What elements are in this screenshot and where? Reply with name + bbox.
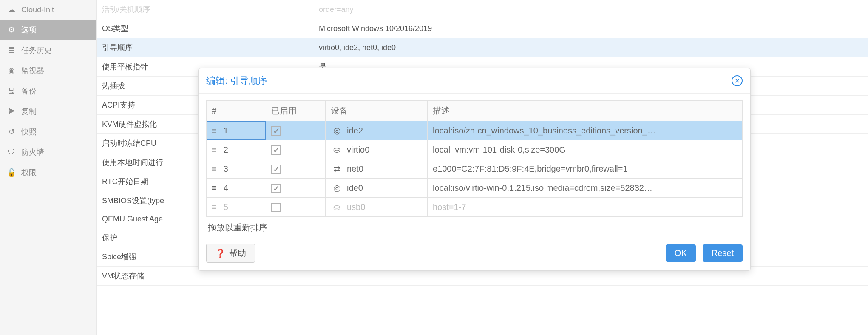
row-number: 3 (224, 164, 228, 173)
dialog-body: # 已启用 设备 描述 ≡1 ◎ide2 local:iso/zh-cn_win… (199, 94, 750, 236)
device-name: usb0 (347, 202, 365, 212)
prop-value: Microsoft Windows 10/2016/2019 (319, 24, 432, 33)
boot-row[interactable]: ≡5 ⛀usb0 host=1-7 (207, 198, 743, 217)
dialog-title: 编辑: 引导顺序 (206, 74, 267, 87)
right-buttons: OK Reset (666, 244, 743, 262)
save-icon: 🖫 (7, 87, 16, 96)
enabled-checkbox[interactable] (271, 126, 281, 136)
prop-label: 活动/关机顺序 (102, 4, 319, 14)
prop-value: order=any (319, 5, 354, 14)
row-number: 4 (224, 183, 228, 193)
boot-row[interactable]: ≡1 ◎ide2 local:iso/zh-cn_windows_10_busi… (207, 121, 743, 140)
history-icon: ↺ (7, 127, 16, 136)
drag-handle-icon[interactable]: ≡ (212, 145, 217, 154)
drag-handle-icon[interactable]: ≡ (212, 183, 217, 193)
col-device[interactable]: 设备 (326, 101, 428, 121)
shield-icon: 🛡 (7, 148, 16, 157)
sidebar: ☁ Cloud-Init ⚙ 选项 ≣ 任务历史 ◉ 监视器 🖫 备份 ⮞ 复制… (0, 0, 97, 335)
sidebar-item-label: 监视器 (21, 65, 44, 76)
sidebar-item-cloud-init[interactable]: ☁ Cloud-Init (0, 0, 96, 20)
prop-label: OS类型 (102, 23, 319, 34)
disk-icon: ⛀ (331, 202, 343, 212)
sidebar-item-replication[interactable]: ⮞ 复制 (0, 101, 96, 122)
help-label: 帮助 (229, 247, 246, 259)
sidebar-item-label: 权限 (21, 168, 37, 178)
prop-label: 引导顺序 (102, 43, 319, 53)
reset-button[interactable]: Reset (703, 244, 743, 262)
prop-row[interactable]: 活动/关机顺序 order=any (97, 0, 868, 19)
edit-boot-order-dialog: 编辑: 引导顺序 ✕ # 已启用 设备 描述 ≡1 ◎ide2 local:is… (198, 68, 751, 271)
row-description: local:iso/virtio-win-0.1.215.iso,media=c… (428, 179, 743, 198)
drag-hint: 拖放以重新排序 (206, 217, 743, 233)
eye-icon: ◉ (7, 66, 16, 75)
row-number: 1 (224, 126, 228, 135)
sidebar-item-label: 防火墙 (21, 147, 44, 157)
drag-handle-icon[interactable]: ≡ (212, 164, 217, 173)
unlock-icon: 🔓 (7, 168, 16, 177)
boot-order-grid: # 已启用 设备 描述 ≡1 ◎ide2 local:iso/zh-cn_win… (206, 100, 743, 217)
device-name: virtio0 (347, 145, 369, 154)
sidebar-item-snapshot[interactable]: ↺ 快照 (0, 122, 96, 142)
row-description: e1000=C2:7F:81:D5:9F:4E,bridge=vmbr0,fir… (428, 159, 743, 179)
cdrom-icon: ◎ (331, 125, 343, 136)
sidebar-item-label: 备份 (21, 86, 37, 96)
drag-handle-icon[interactable]: ≡ (212, 202, 217, 212)
grid-header-row: # 已启用 设备 描述 (207, 101, 743, 121)
device-name: ide2 (347, 126, 363, 135)
sidebar-item-options[interactable]: ⚙ 选项 (0, 20, 96, 40)
prop-label: VM状态存储 (102, 271, 319, 281)
row-description: host=1-7 (428, 198, 743, 217)
sidebar-item-label: 快照 (21, 127, 37, 137)
prop-value: virtio0, ide2, net0, ide0 (319, 43, 396, 52)
network-icon: ⇄ (331, 164, 343, 174)
sidebar-item-firewall[interactable]: 🛡 防火墙 (0, 142, 96, 162)
sidebar-item-backup[interactable]: 🖫 备份 (0, 81, 96, 101)
help-icon: ❓ (215, 248, 226, 258)
sidebar-item-permissions[interactable]: 🔓 权限 (0, 162, 96, 183)
device-name: ide0 (347, 183, 363, 193)
enabled-checkbox[interactable] (271, 184, 281, 193)
sidebar-item-label: Cloud-Init (21, 6, 54, 14)
prop-row-boot-order[interactable]: 引导顺序 virtio0, ide2, net0, ide0 (97, 38, 868, 57)
dialog-footer: ❓ 帮助 OK Reset (199, 236, 750, 270)
row-description: local-lvm:vm-101-disk-0,size=300G (428, 140, 743, 159)
col-enabled[interactable]: 已启用 (266, 101, 326, 121)
sidebar-item-label: 选项 (21, 25, 37, 35)
disk-icon: ⛀ (331, 145, 343, 155)
sidebar-item-task-history[interactable]: ≣ 任务历史 (0, 40, 96, 60)
enabled-checkbox[interactable] (271, 165, 281, 174)
close-button[interactable]: ✕ (732, 75, 743, 86)
dialog-header: 编辑: 引导顺序 ✕ (199, 68, 750, 94)
boot-row[interactable]: ≡4 ◎ide0 local:iso/virtio-win-0.1.215.is… (207, 179, 743, 198)
boot-row[interactable]: ≡2 ⛀virtio0 local-lvm:vm-101-disk-0,size… (207, 140, 743, 159)
col-description[interactable]: 描述 (428, 101, 743, 121)
device-name: net0 (347, 164, 363, 173)
gear-icon: ⚙ (7, 25, 16, 34)
enabled-checkbox[interactable] (271, 203, 281, 212)
ok-button[interactable]: OK (666, 244, 696, 262)
list-icon: ≣ (7, 45, 16, 55)
sidebar-item-label: 任务历史 (21, 45, 52, 55)
prop-row[interactable]: OS类型 Microsoft Windows 10/2016/2019 (97, 19, 868, 38)
row-number: 5 (224, 202, 228, 212)
row-description: local:iso/zh-cn_windows_10_business_edit… (428, 121, 743, 140)
col-number[interactable]: # (207, 101, 266, 121)
enabled-checkbox[interactable] (271, 145, 281, 155)
drag-handle-icon[interactable]: ≡ (212, 126, 217, 135)
cdrom-icon: ◎ (331, 183, 343, 193)
sidebar-item-label: 复制 (21, 106, 37, 116)
sidebar-item-monitor[interactable]: ◉ 监视器 (0, 60, 96, 81)
boot-row[interactable]: ≡3 ⇄net0 e1000=C2:7F:81:D5:9F:4E,bridge=… (207, 159, 743, 179)
copy-icon: ⮞ (7, 107, 16, 116)
row-number: 2 (224, 145, 228, 154)
help-button[interactable]: ❓ 帮助 (206, 244, 255, 263)
close-icon: ✕ (735, 77, 740, 85)
cloud-icon: ☁ (7, 5, 16, 14)
